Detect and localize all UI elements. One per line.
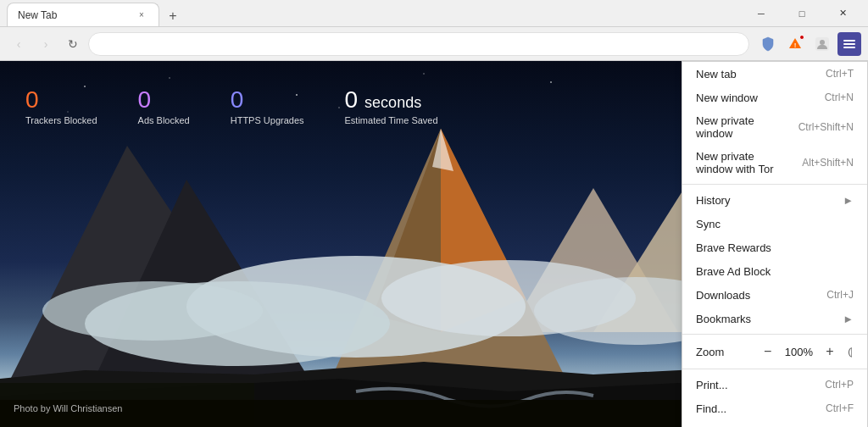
address-input[interactable] — [97, 37, 740, 50]
menu-shortcut-new-private-window: Ctrl+Shift+N — [798, 121, 854, 133]
svg-point-3 — [820, 40, 825, 45]
tabs-area: New Tab × + — [7, 0, 183, 26]
dropdown-menu: New tab Ctrl+T New window Ctrl+N New pri… — [682, 61, 868, 427]
time-label: Estimated Time Saved — [345, 115, 438, 125]
new-tab-button[interactable]: + — [163, 6, 183, 26]
tab-close-button[interactable]: × — [135, 8, 148, 22]
zoom-plus-button[interactable]: + — [820, 341, 840, 362]
tab-title: New Tab — [18, 9, 130, 21]
https-label: HTTPS Upgrades — [231, 115, 304, 125]
menu-item-downloads[interactable]: Downloads Ctrl+J — [682, 283, 867, 307]
ads-value: 0 — [138, 86, 152, 114]
menu-item-sync[interactable]: Sync — [682, 212, 867, 236]
menu-label-history: History — [696, 194, 836, 207]
menu-divider-3 — [682, 369, 867, 369]
menu-item-print[interactable]: Print... Ctrl+P — [682, 373, 867, 396]
trackers-label: Trackers Blocked — [25, 115, 97, 125]
browser-content: 0 Trackers Blocked 0 Ads Blocked 0 HTTPS… — [0, 61, 868, 427]
zoom-value: 100% — [778, 346, 820, 358]
history-arrow-icon: ► — [843, 194, 854, 207]
zoom-control: Zoom − 100% + ⦇ — [682, 338, 867, 365]
svg-point-29 — [42, 281, 263, 341]
navigation-bar: ‹ › ↻ ! — [0, 27, 868, 61]
menu-label-new-tab: New tab — [696, 68, 815, 80]
close-button[interactable]: ✕ — [824, 0, 861, 27]
menu-shortcut-find: Ctrl+F — [826, 402, 854, 414]
menu-item-new-window[interactable]: New window Ctrl+N — [682, 86, 867, 109]
https-value: 0 — [231, 86, 244, 114]
menu-item-brave-ad-block[interactable]: Brave Ad Block — [682, 259, 867, 283]
svg-point-9 — [169, 77, 170, 79]
forward-button[interactable]: › — [34, 32, 58, 56]
menu-item-distill-page[interactable]: Distill page — [682, 420, 867, 427]
menu-item-history[interactable]: History ► — [682, 188, 867, 212]
stats-overlay: 0 Trackers Blocked 0 Ads Blocked 0 HTTPS… — [25, 86, 438, 125]
menu-shortcut-new-window: Ctrl+N — [825, 92, 854, 103]
menu-label-bookmarks: Bookmarks — [696, 313, 836, 325]
svg-rect-5 — [843, 43, 855, 45]
brave-shield-button[interactable] — [756, 32, 780, 56]
menu-label-brave-rewards: Brave Rewards — [696, 241, 854, 254]
menu-shortcut-new-private-tor: Alt+Shift+N — [802, 157, 854, 169]
active-tab[interactable]: New Tab × — [7, 3, 159, 26]
https-upgrades-stat: 0 HTTPS Upgrades — [231, 86, 304, 125]
menu-label-new-private-window: New private window — [696, 114, 788, 140]
svg-point-11 — [423, 73, 425, 75]
menu-divider-2 — [682, 334, 867, 335]
menu-shortcut-new-tab: Ctrl+T — [826, 68, 854, 80]
menu-label-downloads: Downloads — [696, 289, 816, 302]
trackers-value: 0 — [25, 86, 39, 114]
menu-item-new-private-window[interactable]: New private window Ctrl+Shift+N — [682, 109, 867, 145]
svg-point-12 — [550, 81, 552, 83]
menu-label-new-window: New window — [696, 92, 815, 104]
menu-item-bookmarks[interactable]: Bookmarks ► — [682, 307, 867, 330]
menu-label-find: Find... — [696, 402, 815, 415]
minimize-button[interactable]: ─ — [743, 0, 780, 27]
time-value: 0 — [345, 86, 359, 114]
menu-label-print: Print... — [696, 379, 815, 391]
menu-shortcut-print: Ctrl+P — [825, 379, 854, 391]
time-saved-stat: 0 seconds Estimated Time Saved — [345, 86, 438, 125]
menu-label-brave-ad-block: Brave Ad Block — [696, 265, 854, 278]
zoom-minus-button[interactable]: − — [758, 341, 778, 362]
ads-label: Ads Blocked — [138, 115, 190, 125]
maximize-button[interactable]: □ — [783, 0, 821, 27]
address-bar[interactable] — [88, 32, 749, 56]
brave-rewards-button[interactable]: ! — [783, 32, 807, 56]
zoom-expand-button[interactable]: ⦇ — [847, 346, 854, 358]
photo-credit: Photo by Will Christiansen — [14, 403, 122, 413]
svg-rect-4 — [843, 40, 855, 42]
window-controls: ─ □ ✕ — [743, 0, 861, 27]
menu-divider-1 — [682, 184, 867, 185]
title-bar: New Tab × + ─ □ ✕ — [0, 0, 868, 27]
svg-rect-6 — [843, 47, 855, 48]
svg-text:!: ! — [794, 42, 797, 49]
menu-label-sync: Sync — [696, 218, 854, 230]
time-unit: seconds — [364, 94, 421, 112]
menu-button[interactable] — [837, 32, 861, 56]
trackers-blocked-stat: 0 Trackers Blocked — [25, 86, 97, 125]
menu-item-find[interactable]: Find... Ctrl+F — [682, 396, 867, 420]
menu-item-new-tab[interactable]: New tab Ctrl+T — [682, 62, 867, 86]
reload-button[interactable]: ↻ — [61, 32, 85, 56]
zoom-label: Zoom — [696, 346, 758, 358]
menu-shortcut-downloads: Ctrl+J — [826, 289, 854, 301]
menu-item-new-private-tor[interactable]: New private window with Tor Alt+Shift+N — [682, 145, 867, 180]
ads-blocked-stat: 0 Ads Blocked — [138, 86, 190, 125]
bookmarks-arrow-icon: ► — [843, 313, 854, 325]
nav-right-icons: ! — [756, 32, 861, 56]
menu-label-new-private-tor: New private window with Tor — [696, 150, 792, 175]
menu-item-brave-rewards[interactable]: Brave Rewards — [682, 236, 867, 259]
profile-button[interactable] — [810, 32, 834, 56]
back-button[interactable]: ‹ — [7, 32, 31, 56]
